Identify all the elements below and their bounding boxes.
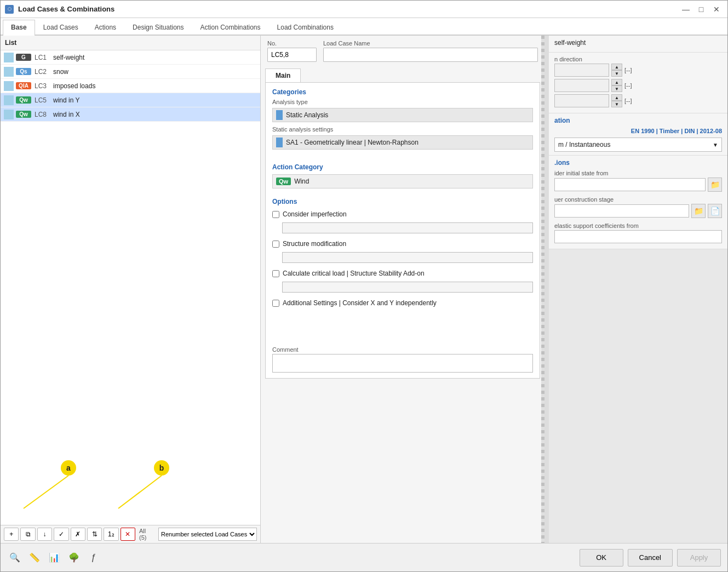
middle-panel: No. Load Case Name Main Categori xyxy=(261,36,547,543)
static-settings-value: SA1 - Geometrically linear | Newton-Raph… xyxy=(286,139,419,146)
tab-bar: Base Load Cases Actions Design Situation… xyxy=(1,18,727,36)
construction-label: uer construction stage xyxy=(554,196,722,203)
spinner-row-2: ▲ ▼ [--] xyxy=(554,79,722,92)
dialog-buttons: OK Cancel Apply xyxy=(580,549,721,567)
structure-sub-input xyxy=(282,252,533,263)
checkbox-additional-row: Additional Settings | Consider X and Y i… xyxy=(266,296,540,310)
analysis-type-dropdown[interactable]: Static Analysis xyxy=(272,108,533,122)
bottom-bar: 🔍 📏 📊 🌳 ƒ OK Cancel Apply xyxy=(1,543,727,571)
action-category-dropdown[interactable]: Qw Wind xyxy=(272,174,533,188)
title-bar: ⬡ Load Cases & Combinations — □ ✕ xyxy=(1,1,727,18)
elastic-input[interactable] xyxy=(554,230,722,243)
check-button[interactable]: ✓ xyxy=(54,528,68,541)
tab-load-combinations[interactable]: Load Combinations xyxy=(269,20,342,35)
delete-button[interactable]: ✕ xyxy=(121,528,135,541)
construction-browse-2[interactable]: 📄 xyxy=(708,204,722,218)
spec-text: EN 1990 | Timber | DIN | 2012-08 xyxy=(554,127,722,135)
initial-state-browse[interactable]: 📁 xyxy=(708,178,722,192)
units-button[interactable]: 📏 xyxy=(27,550,42,565)
copy-button[interactable]: ⧉ xyxy=(20,528,35,541)
right-panel: self-weight n direction ▲ ▼ [--] ▲ xyxy=(547,36,727,543)
list-item[interactable]: Qs LC2 snow xyxy=(1,65,260,79)
no-input[interactable] xyxy=(267,48,317,62)
construction-browse-1[interactable]: 📁 xyxy=(691,204,706,218)
list-item-wind-x[interactable]: Qw LC8 wind in X xyxy=(1,107,260,122)
spinner-row-3: ▲ ▼ [--] xyxy=(554,94,722,107)
spinner-down-1[interactable]: ▼ xyxy=(611,70,622,77)
formula-button[interactable]: ƒ xyxy=(86,550,101,565)
minimize-button[interactable]: — xyxy=(679,4,692,15)
spinner-down-2[interactable]: ▼ xyxy=(611,85,622,92)
spinner-down-3[interactable]: ▼ xyxy=(611,101,622,107)
static-settings-label: Static analysis settings xyxy=(266,124,540,134)
inner-tab-main[interactable]: Main xyxy=(265,68,301,82)
window-icon: ⬡ xyxy=(5,5,14,14)
all-count-label: All (5) xyxy=(137,528,157,541)
bottom-toolbar: 🔍 📏 📊 🌳 ƒ xyxy=(7,550,101,565)
spinner-input-3[interactable] xyxy=(554,94,609,107)
checkbox-imperfection[interactable] xyxy=(272,211,279,218)
list-footer: + ⧉ ↓ ✓ ✗ ⇅ 1₂ ✕ All (5) Renumber select… xyxy=(1,525,260,543)
analysis-type-label: Analysis type xyxy=(266,98,540,106)
static-settings-dropdown[interactable]: SA1 - Geometrically linear | Newton-Raph… xyxy=(272,135,533,150)
svg-line-1 xyxy=(118,476,162,508)
action-category-value: Wind xyxy=(294,178,309,185)
spinner-up-3[interactable]: ▲ xyxy=(611,94,622,101)
action-category-label: Action Category xyxy=(266,160,540,173)
comment-input[interactable] xyxy=(272,354,533,373)
ok-button[interactable]: OK xyxy=(580,549,623,567)
no-label: No. xyxy=(267,40,317,47)
badge-g: G xyxy=(16,54,31,61)
spinner-up-2[interactable]: ▲ xyxy=(611,79,622,85)
badge-qia: QIA xyxy=(16,82,31,89)
apply-button[interactable]: Apply xyxy=(677,549,721,567)
spinner-input-2[interactable] xyxy=(554,79,609,92)
initial-state-input[interactable] xyxy=(554,178,706,191)
action-select[interactable]: Renumber selected Load Cases xyxy=(158,528,257,541)
cancel-button[interactable]: Cancel xyxy=(628,549,673,567)
tab-load-cases[interactable]: Load Cases xyxy=(35,20,87,35)
checkbox-structure[interactable] xyxy=(272,241,279,248)
left-panel: List G LC1 self-weight Qs LC2 snow xyxy=(1,36,261,543)
tab-base[interactable]: Base xyxy=(3,20,35,36)
move-button[interactable]: ⇅ xyxy=(87,528,102,541)
checkbox-critical[interactable] xyxy=(272,270,279,277)
initial-state-label: ider initial state from xyxy=(554,170,722,176)
spinner-up-1[interactable]: ▲ xyxy=(611,64,622,70)
close-button[interactable]: ✕ xyxy=(710,4,723,15)
badge-qs: Qs xyxy=(16,68,31,75)
search-button[interactable]: 🔍 xyxy=(7,550,22,565)
checkbox-additional[interactable] xyxy=(272,300,279,307)
imperfection-label: Consider imperfection xyxy=(283,210,347,218)
tab-actions[interactable]: Actions xyxy=(87,20,124,35)
tab-design-situations[interactable]: Design Situations xyxy=(124,20,192,35)
section-ation: ation xyxy=(554,117,722,124)
tab-action-combinations[interactable]: Action Combinations xyxy=(192,20,268,35)
imperfection-sub-input xyxy=(282,222,533,233)
checkbox-structure-row: Structure modification xyxy=(266,237,540,251)
tree-button[interactable]: 🌳 xyxy=(66,550,82,565)
spinner-input-1[interactable] xyxy=(554,64,609,77)
lc-name-input[interactable] xyxy=(323,48,538,62)
categories-label: Categories xyxy=(266,85,540,98)
renumber-button[interactable]: 1₂ xyxy=(104,528,118,541)
checkbox-critical-row: Calculate critical load | Structure Stab… xyxy=(266,266,540,281)
construction-input[interactable] xyxy=(554,204,689,218)
duration-arrow: ▼ xyxy=(713,142,718,148)
structure-label: Structure modification xyxy=(283,240,346,248)
duration-value: m / Instantaneous xyxy=(558,141,713,148)
list-item-wind-y[interactable]: Qw LC5 wind in Y xyxy=(1,93,260,107)
spinner-suffix-3: [--] xyxy=(624,98,632,104)
list-header: List xyxy=(1,36,260,50)
list-item[interactable]: G LC1 self-weight xyxy=(1,50,260,65)
maximize-button[interactable]: □ xyxy=(695,4,708,15)
uncheck-button[interactable]: ✗ xyxy=(71,528,85,541)
action-category-badge: Qw xyxy=(276,178,291,185)
badge-qw-2: Qw xyxy=(16,111,31,118)
duration-dropdown[interactable]: m / Instantaneous ▼ xyxy=(554,138,722,152)
add-button[interactable]: + xyxy=(4,528,19,541)
view-button[interactable]: 📊 xyxy=(47,550,62,565)
import-button[interactable]: ↓ xyxy=(37,528,52,541)
window-title: Load Cases & Combinations xyxy=(18,5,114,13)
list-item[interactable]: QIA LC3 imposed loads xyxy=(1,79,260,93)
